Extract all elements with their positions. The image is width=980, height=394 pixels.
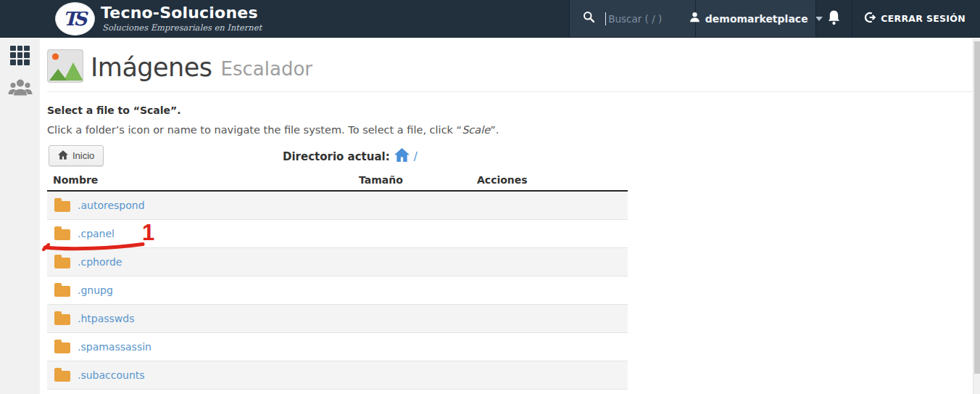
folder-link[interactable]: .gnupg: [78, 284, 113, 296]
brand-title: Tecno-Soluciones: [101, 4, 262, 22]
brand-tagline: Soluciones Empresariales en Internet: [102, 22, 262, 33]
username-label: demomarketplace: [705, 13, 808, 25]
page-subtitle: Escalador: [221, 58, 312, 80]
file-browser-toolbar: Inicio Directorio actual: /: [47, 145, 980, 167]
notifications-button[interactable]: [815, 0, 852, 37]
folder-icon[interactable]: [54, 229, 70, 240]
column-header-actions: Acciones: [477, 174, 628, 186]
table-row: .spamassassin: [47, 333, 628, 361]
column-header-name: Nombre: [47, 174, 359, 186]
sidebar-item-user-manager[interactable]: [0, 72, 40, 105]
logo-mark: TS: [55, 2, 95, 36]
current-directory-label: Directorio actual:: [283, 150, 390, 163]
home-icon-blue[interactable]: [394, 148, 410, 165]
left-sidebar: [0, 38, 40, 394]
bell-icon: [827, 9, 841, 28]
folder-icon[interactable]: [54, 286, 70, 297]
page-header: Imágenes Escalador: [47, 49, 980, 86]
top-navbar: TS Tecno-Soluciones Soluciones Empresari…: [0, 0, 980, 38]
file-table: Nombre Tamaño Acciones .autorespond .cpa…: [47, 170, 628, 390]
folder-link[interactable]: .subaccounts: [78, 369, 145, 381]
home-button[interactable]: Inicio: [49, 145, 104, 166]
scrollbar-thumb[interactable]: [974, 41, 980, 374]
home-icon: [58, 150, 68, 162]
current-directory: Directorio actual: /: [283, 148, 418, 165]
brand-logo: TS Tecno-Soluciones Soluciones Empresari…: [0, 0, 569, 37]
search-icon: [583, 11, 595, 26]
folder-icon[interactable]: [54, 258, 70, 268]
images-icon: [47, 49, 83, 86]
table-header-row: Nombre Tamaño Acciones: [47, 170, 628, 192]
logout-label: CERRAR SESIÓN: [881, 13, 966, 24]
table-row: .subaccounts: [47, 361, 628, 390]
current-directory-path[interactable]: /: [414, 150, 418, 163]
logout-button[interactable]: CERRAR SESIÓN: [852, 0, 980, 37]
folder-icon[interactable]: [54, 201, 70, 212]
users-group-icon: [8, 78, 33, 99]
folder-link[interactable]: .spamassassin: [78, 341, 151, 353]
sidebar-item-apps[interactable]: [0, 38, 40, 72]
table-row: .htpasswds: [47, 305, 628, 333]
vertical-scrollbar[interactable]: [973, 38, 980, 394]
table-row: .gnupg: [47, 276, 628, 305]
home-button-label: Inicio: [72, 150, 94, 161]
column-header-size: Tamaño: [359, 174, 477, 186]
folder-icon[interactable]: [54, 371, 70, 382]
instruction-heading: Select a file to “Scale”.: [47, 104, 980, 116]
header-divider: [47, 91, 974, 92]
logo-monogram: TS: [63, 8, 87, 30]
search-bar[interactable]: [569, 0, 695, 37]
folder-link[interactable]: .cpanel: [78, 228, 115, 239]
folder-link[interactable]: .autorespond: [78, 200, 145, 211]
folder-link[interactable]: .htpasswds: [78, 313, 135, 324]
user-icon: [689, 12, 700, 25]
table-row: .cpanel: [47, 220, 628, 248]
page-title: Imágenes: [91, 53, 212, 82]
apps-grid-icon: [10, 46, 30, 65]
folder-icon[interactable]: [54, 342, 70, 353]
instruction-body: Click a folder’s icon or name to navigat…: [47, 124, 980, 136]
sign-out-icon: [864, 12, 876, 26]
folder-icon[interactable]: [54, 314, 70, 325]
table-row: .cphorde: [47, 248, 628, 276]
user-menu[interactable]: demomarketplace: [695, 0, 815, 37]
text-cursor: [605, 12, 606, 25]
search-input[interactable]: [608, 13, 688, 25]
folder-link[interactable]: .cphorde: [78, 256, 122, 268]
main-content: Imágenes Escalador Select a file to “Sca…: [40, 38, 980, 394]
table-row: .autorespond: [47, 192, 628, 220]
